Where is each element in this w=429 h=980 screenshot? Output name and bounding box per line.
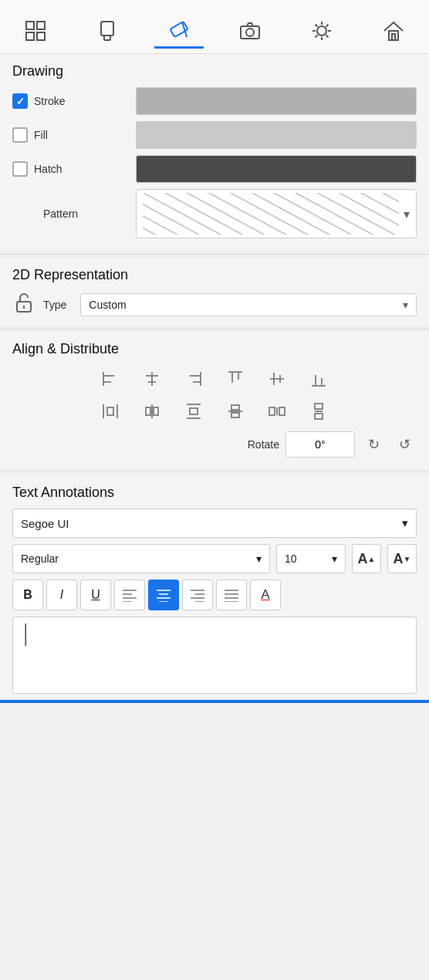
rotate-input[interactable] [285, 431, 355, 458]
svg-rect-4 [101, 22, 113, 35]
hatch-row: Hatch [12, 155, 417, 183]
drawing-title: Drawing [12, 63, 417, 79]
distribute-center-v-button[interactable] [221, 397, 249, 425]
svg-rect-2 [26, 32, 34, 40]
distribute-center-h-button[interactable] [138, 397, 166, 425]
svg-rect-22 [143, 193, 399, 235]
drawing-section: Drawing Stroke Fill Hatch Pattern [0, 54, 429, 251]
align-section: Align & Distribute [0, 332, 429, 468]
stroke-color-swatch[interactable] [136, 87, 417, 115]
nav-camera[interactable] [225, 14, 275, 48]
pattern-label: Pattern [12, 208, 136, 220]
svg-rect-47 [146, 407, 150, 415]
distribute-h-button[interactable] [96, 397, 124, 425]
svg-point-10 [317, 26, 326, 35]
svg-point-9 [246, 29, 254, 36]
hatch-label: Hatch [12, 161, 136, 177]
svg-rect-45 [107, 407, 113, 415]
nav-eraser[interactable] [154, 12, 204, 49]
align-left-button[interactable] [96, 365, 124, 393]
align-right-button[interactable] [180, 365, 208, 393]
font-size-select[interactable]: 10 ▾ [276, 544, 346, 573]
align-grid [12, 365, 417, 425]
repr-type-select[interactable]: Custom ▾ [80, 293, 417, 316]
align-left-text-button[interactable] [114, 580, 145, 610]
fill-checkbox[interactable] [12, 127, 28, 143]
pattern-row: Pattern ▾ [12, 189, 417, 238]
top-nav [0, 0, 429, 54]
text-cursor: │ [21, 625, 32, 644]
nav-sun[interactable] [297, 14, 346, 48]
underline-button[interactable]: U [80, 580, 111, 610]
bold-button[interactable]: B [12, 580, 43, 610]
lock-icon[interactable] [12, 291, 35, 319]
font-color-button[interactable]: A [250, 580, 281, 610]
italic-button[interactable]: I [46, 580, 77, 610]
svg-rect-51 [190, 408, 198, 414]
svg-rect-58 [315, 404, 323, 409]
align-bottom-button[interactable] [305, 365, 333, 393]
pattern-chevron-icon: ▾ [404, 207, 410, 221]
pattern-selector[interactable]: ▾ [136, 189, 417, 238]
align-row-2 [12, 397, 417, 425]
align-center-v-button[interactable] [263, 365, 291, 393]
rotate-label: Rotate [248, 438, 279, 451]
align-right-text-button[interactable] [182, 580, 213, 610]
font-select[interactable]: Segoe UI ▾ [12, 509, 417, 538]
font-select-row: Segoe UI ▾ [12, 509, 417, 538]
rotate-cw-button[interactable]: ↻ [361, 432, 386, 457]
distribute-v-button[interactable] [180, 397, 208, 425]
svg-line-16 [326, 35, 328, 37]
svg-line-18 [315, 35, 317, 37]
font-chevron-icon: ▾ [402, 516, 408, 530]
font-style-select[interactable]: Regular ▾ [12, 544, 270, 573]
svg-rect-53 [231, 405, 239, 410]
style-chevron-icon: ▾ [256, 553, 262, 565]
repr-type-label: Type [43, 299, 66, 311]
distribute-spread-v-button[interactable] [305, 397, 333, 425]
fill-label: Fill [12, 127, 136, 143]
style-size-row: Regular ▾ 10 ▾ A▲ A▼ [12, 544, 417, 573]
nav-brush[interactable] [83, 14, 132, 48]
increase-font-size-button[interactable]: A▲ [352, 544, 381, 573]
bottom-bar [0, 700, 429, 703]
align-justify-text-button[interactable] [216, 580, 247, 610]
svg-line-15 [315, 24, 317, 26]
repr-title: 2D Representation [12, 267, 417, 283]
hatch-checkbox[interactable] [12, 161, 28, 177]
svg-rect-1 [37, 22, 45, 29]
text-annotations-title: Text Annotations [12, 485, 417, 501]
rotate-row: Rotate ↻ ↺ [12, 431, 417, 458]
align-center-h-button[interactable] [138, 365, 166, 393]
svg-rect-0 [26, 22, 34, 29]
repr-type-row: Type Custom ▾ [12, 291, 417, 319]
svg-rect-59 [315, 414, 323, 419]
distribute-spread-h-button[interactable] [263, 397, 291, 425]
nav-grid[interactable] [11, 14, 60, 48]
svg-rect-20 [392, 34, 395, 40]
align-center-text-button[interactable] [148, 580, 179, 610]
pattern-preview [143, 193, 399, 235]
text-preview-area[interactable]: │ [12, 617, 417, 694]
format-row: B I U [12, 580, 417, 610]
fill-row: Fill [12, 121, 417, 149]
rotate-ccw-button[interactable]: ↺ [392, 432, 417, 457]
nav-home[interactable] [369, 14, 418, 48]
svg-rect-5 [104, 35, 110, 40]
decrease-font-size-button[interactable]: A▼ [387, 544, 417, 573]
hatch-color-swatch[interactable] [136, 155, 417, 183]
align-top-button[interactable] [221, 365, 249, 393]
representation-section: 2D Representation Type Custom ▾ [0, 258, 429, 325]
stroke-label: Stroke [12, 93, 136, 109]
svg-rect-19 [389, 31, 398, 40]
svg-rect-56 [279, 407, 285, 415]
align-row-1 [12, 365, 417, 393]
stroke-row: Stroke [12, 87, 417, 115]
align-title: Align & Distribute [12, 341, 417, 357]
svg-rect-55 [269, 407, 275, 415]
fill-color-swatch[interactable] [136, 121, 417, 149]
size-chevron-icon: ▾ [332, 553, 337, 565]
svg-line-17 [326, 24, 328, 26]
svg-rect-48 [154, 407, 158, 415]
stroke-checkbox[interactable] [12, 93, 28, 109]
